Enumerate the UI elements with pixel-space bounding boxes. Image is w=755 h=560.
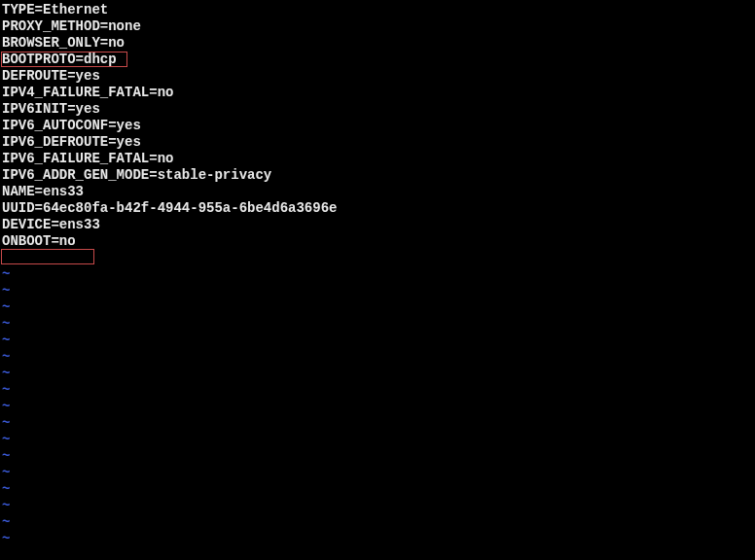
config-line: IPV6_ADDR_GEN_MODE=stable-privacy [2,167,755,184]
config-line-onboot: ONBOOT=no [2,233,755,250]
vi-tilde-line: ~ [2,349,755,366]
vi-tilde-line: ~ [2,299,755,316]
empty-line [2,250,755,266]
vi-tilde-line: ~ [2,283,755,299]
config-line: IPV6_AUTOCONF=yes [2,118,755,134]
vi-tilde-line: ~ [2,465,755,481]
vi-tilde-line: ~ [2,481,755,498]
vi-tilde-line: ~ [2,266,755,283]
config-line: IPV4_FAILURE_FATAL=no [2,85,755,101]
vi-tilde-line: ~ [2,316,755,332]
config-line: BROWSER_ONLY=no [2,35,755,52]
vi-tilde-line: ~ [2,332,755,349]
vi-tilde-line: ~ [2,448,755,465]
config-line: UUID=64ec80fa-b42f-4944-955a-6be4d6a3696… [2,200,755,217]
config-line-bootproto: BOOTPROTO=dhcp [2,52,755,68]
vi-tilde-line: ~ [2,531,755,547]
config-line: DEFROUTE=yes [2,68,755,85]
vi-tilde-line: ~ [2,498,755,514]
terminal-editor[interactable]: TYPE=Ethernet PROXY_METHOD=none BROWSER_… [2,2,755,547]
config-line: DEVICE=ens33 [2,217,755,233]
config-line: PROXY_METHOD=none [2,18,755,35]
vi-tilde-line: ~ [2,366,755,382]
vi-tilde-line: ~ [2,415,755,432]
vi-tilde-line: ~ [2,514,755,531]
config-line: IPV6_DEFROUTE=yes [2,134,755,151]
config-line: IPV6INIT=yes [2,101,755,118]
vi-tilde-line: ~ [2,399,755,415]
vi-tilde-line: ~ [2,432,755,448]
vi-tilde-line: ~ [2,382,755,399]
config-line: TYPE=Ethernet [2,2,755,18]
config-line: IPV6_FAILURE_FATAL=no [2,151,755,167]
config-line: NAME=ens33 [2,184,755,200]
